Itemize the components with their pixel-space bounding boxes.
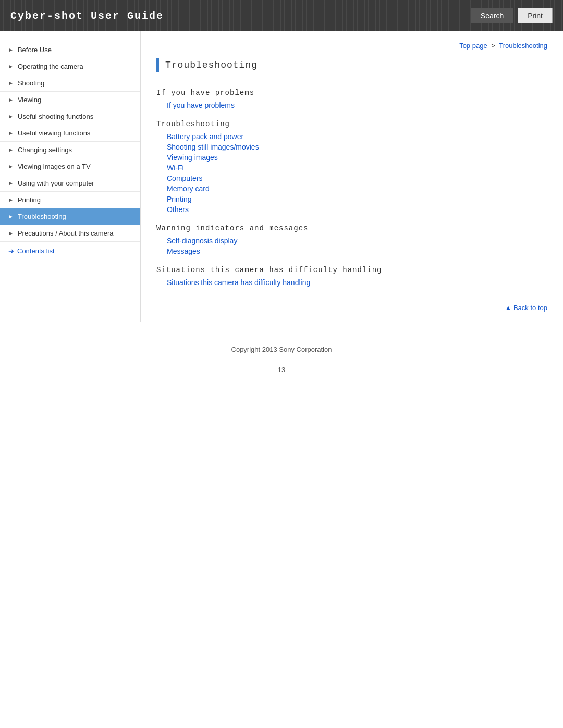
arrow-right-icon: ➔ [8,247,14,255]
print-button[interactable]: Print [518,8,553,23]
sidebar-item-label: Before Use [18,46,52,54]
chevron-right-icon: ► [8,197,14,203]
chevron-right-icon: ► [8,130,14,136]
breadcrumb-current: Troubleshooting [499,42,547,50]
sidebar-item-troubleshooting[interactable]: ► Troubleshooting [0,208,140,225]
sidebar-item-label: Using with your computer [18,179,94,187]
link-memory-card[interactable]: Memory card [156,183,547,194]
copyright-text: Copyright 2013 Sony Corporation [231,346,332,353]
back-to-top: Back to top [156,298,547,312]
main-container: ► Before Use ► Operating the camera ► Sh… [0,31,563,322]
link-wifi[interactable]: Wi-Fi [156,163,547,173]
sidebar-item-label: Precautions / About this camera [18,229,114,237]
back-to-top-link[interactable]: Back to top [505,304,547,312]
section-heading-troubleshooting: Troubleshooting [156,120,547,128]
search-button[interactable]: Search [471,8,513,23]
chevron-right-icon: ► [8,80,14,86]
chevron-right-icon: ► [8,214,14,219]
header: Cyber-shot User Guide Search Print [0,0,563,31]
page-heading-container: Troubleshooting [156,58,547,79]
sidebar-item-label: Operating the camera [18,63,83,70]
sidebar-item-operating-camera[interactable]: ► Operating the camera [0,58,140,75]
contents-list-label: Contents list [17,247,55,255]
link-viewing-images[interactable]: Viewing images [156,152,547,163]
page-number: 13 [0,366,563,384]
chevron-right-icon: ► [8,47,14,53]
chevron-right-icon: ► [8,97,14,103]
chevron-right-icon: ► [8,114,14,119]
chevron-right-icon: ► [8,164,14,169]
sidebar-item-before-use[interactable]: ► Before Use [0,42,140,58]
link-shooting-still-images[interactable]: Shooting still images/movies [156,142,547,152]
sidebar-item-useful-viewing[interactable]: ► Useful viewing functions [0,125,140,142]
sidebar-item-useful-shooting[interactable]: ► Useful shooting functions [0,108,140,125]
link-others[interactable]: Others [156,204,547,215]
sidebar-item-label: Troubleshooting [18,213,66,220]
sidebar-item-label: Printing [18,196,41,204]
link-battery-pack[interactable]: Battery pack and power [156,131,547,142]
sidebar-item-label: Useful shooting functions [18,113,93,120]
link-situations[interactable]: Situations this camera has difficulty ha… [156,277,547,288]
breadcrumb-top-page[interactable]: Top page [459,42,487,50]
section-heading-warning: Warning indicators and messages [156,224,547,232]
sidebar-item-precautions[interactable]: ► Precautions / About this camera [0,225,140,242]
chevron-right-icon: ► [8,230,14,236]
link-messages[interactable]: Messages [156,246,547,256]
sidebar-item-printing[interactable]: ► Printing [0,192,140,208]
link-if-you-have-problems[interactable]: If you have problems [156,100,547,110]
page-title: Troubleshooting [165,60,258,70]
breadcrumb-separator: > [491,42,495,50]
sidebar: ► Before Use ► Operating the camera ► Sh… [0,31,141,322]
section-heading-problems: If you have problems [156,89,547,97]
link-self-diagnosis[interactable]: Self-diagnosis display [156,236,547,246]
link-printing[interactable]: Printing [156,194,547,204]
sidebar-item-viewing[interactable]: ► Viewing [0,92,140,108]
sidebar-item-label: Shooting [18,79,44,87]
chevron-right-icon: ► [8,64,14,69]
link-computers[interactable]: Computers [156,173,547,183]
sidebar-item-label: Changing settings [18,146,72,154]
chevron-right-icon: ► [8,147,14,153]
header-buttons: Search Print [471,8,553,23]
sidebar-item-using-computer[interactable]: ► Using with your computer [0,175,140,192]
chevron-right-icon: ► [8,180,14,186]
site-title: Cyber-shot User Guide [10,10,164,22]
footer: Copyright 2013 Sony Corporation [0,338,563,361]
contents-list-link[interactable]: ➔ Contents list [0,242,140,260]
section-heading-situations: Situations this camera has difficulty ha… [156,266,547,274]
breadcrumb: Top page > Troubleshooting [156,42,547,50]
sidebar-item-label: Viewing [18,96,41,104]
heading-bar-decoration [156,58,159,72]
content-area: Top page > Troubleshooting Troubleshooti… [141,31,563,322]
sidebar-item-changing-settings[interactable]: ► Changing settings [0,142,140,158]
sidebar-item-shooting[interactable]: ► Shooting [0,75,140,92]
sidebar-item-label: Useful viewing functions [18,129,90,137]
sidebar-item-viewing-tv[interactable]: ► Viewing images on a TV [0,158,140,175]
sidebar-item-label: Viewing images on a TV [18,163,91,170]
